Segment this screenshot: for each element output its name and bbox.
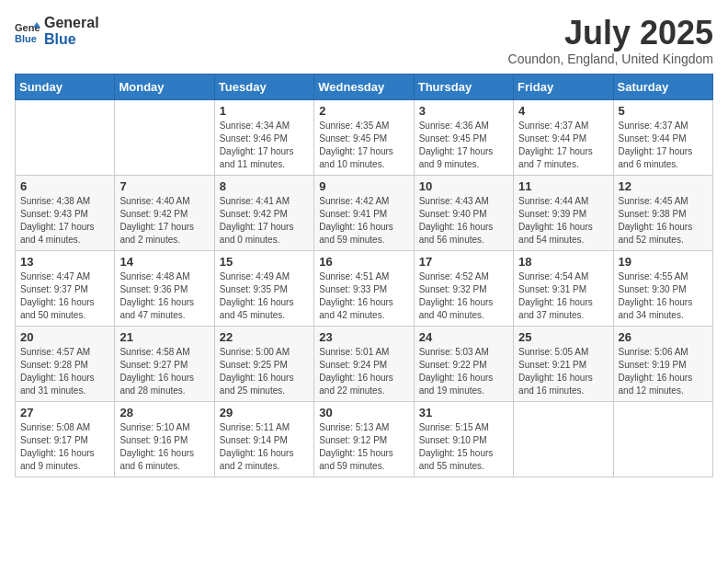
day-number: 8 xyxy=(220,179,309,193)
logo-general-text: General xyxy=(44,15,99,31)
day-info: Sunrise: 4:43 AM Sunset: 9:40 PM Dayligh… xyxy=(419,195,508,247)
calendar-cell: 21Sunrise: 4:58 AM Sunset: 9:27 PM Dayli… xyxy=(115,326,214,401)
day-of-week-header: Tuesday xyxy=(214,74,313,99)
day-info: Sunrise: 4:48 AM Sunset: 9:36 PM Dayligh… xyxy=(119,270,209,322)
calendar-cell: 1Sunrise: 4:34 AM Sunset: 9:46 PM Daylig… xyxy=(214,99,313,175)
calendar-cell: 29Sunrise: 5:11 AM Sunset: 9:14 PM Dayli… xyxy=(214,401,313,477)
day-number: 22 xyxy=(220,330,309,344)
calendar-cell: 26Sunrise: 5:06 AM Sunset: 9:19 PM Dayli… xyxy=(613,326,712,401)
day-info: Sunrise: 4:42 AM Sunset: 9:41 PM Dayligh… xyxy=(319,195,408,247)
day-of-week-header: Wednesday xyxy=(314,74,414,99)
calendar-cell: 31Sunrise: 5:15 AM Sunset: 9:10 PM Dayli… xyxy=(414,401,513,477)
day-number: 30 xyxy=(319,406,408,419)
title-block: July 2025 Coundon, England, United Kingd… xyxy=(508,15,713,66)
day-info: Sunrise: 4:37 AM Sunset: 9:44 PM Dayligh… xyxy=(619,120,708,171)
day-info: Sunrise: 5:10 AM Sunset: 9:16 PM Dayligh… xyxy=(119,421,209,473)
day-info: Sunrise: 4:37 AM Sunset: 9:44 PM Dayligh… xyxy=(518,120,608,171)
day-info: Sunrise: 4:35 AM Sunset: 9:45 PM Dayligh… xyxy=(319,120,408,171)
day-number: 13 xyxy=(20,255,109,269)
day-number: 9 xyxy=(319,179,408,193)
calendar-week-row: 13Sunrise: 4:47 AM Sunset: 9:37 PM Dayli… xyxy=(16,250,713,326)
calendar-cell: 17Sunrise: 4:52 AM Sunset: 9:32 PM Dayli… xyxy=(414,250,513,326)
calendar-cell: 12Sunrise: 4:45 AM Sunset: 9:38 PM Dayli… xyxy=(613,175,712,250)
calendar-cell: 3Sunrise: 4:36 AM Sunset: 9:45 PM Daylig… xyxy=(414,99,513,175)
calendar-week-row: 6Sunrise: 4:38 AM Sunset: 9:43 PM Daylig… xyxy=(16,175,713,250)
calendar-cell xyxy=(115,99,214,175)
day-number: 6 xyxy=(20,179,109,193)
month-year-title: July 2025 xyxy=(508,15,713,52)
day-number: 23 xyxy=(319,330,408,344)
day-info: Sunrise: 4:44 AM Sunset: 9:39 PM Dayligh… xyxy=(518,195,608,247)
calendar-cell: 28Sunrise: 5:10 AM Sunset: 9:16 PM Dayli… xyxy=(115,401,214,477)
calendar-cell: 18Sunrise: 4:54 AM Sunset: 9:31 PM Dayli… xyxy=(514,250,613,326)
calendar-cell: 25Sunrise: 5:05 AM Sunset: 9:21 PM Dayli… xyxy=(514,326,613,401)
calendar-week-row: 20Sunrise: 4:57 AM Sunset: 9:28 PM Dayli… xyxy=(16,326,713,401)
day-of-week-header: Friday xyxy=(514,74,613,99)
calendar-cell: 5Sunrise: 4:37 AM Sunset: 9:44 PM Daylig… xyxy=(613,99,712,175)
calendar-cell: 19Sunrise: 4:55 AM Sunset: 9:30 PM Dayli… xyxy=(613,250,712,326)
day-of-week-header: Monday xyxy=(115,74,214,99)
day-number: 28 xyxy=(119,406,209,419)
day-info: Sunrise: 5:08 AM Sunset: 9:17 PM Dayligh… xyxy=(20,421,109,473)
calendar-cell: 8Sunrise: 4:41 AM Sunset: 9:42 PM Daylig… xyxy=(214,175,313,250)
calendar-cell: 22Sunrise: 5:00 AM Sunset: 9:25 PM Dayli… xyxy=(214,326,313,401)
calendar-cell xyxy=(613,401,712,477)
calendar-cell xyxy=(514,401,613,477)
calendar-cell: 23Sunrise: 5:01 AM Sunset: 9:24 PM Dayli… xyxy=(314,326,414,401)
location-subtitle: Coundon, England, United Kingdom xyxy=(508,52,713,66)
day-info: Sunrise: 4:58 AM Sunset: 9:27 PM Dayligh… xyxy=(119,346,209,397)
day-info: Sunrise: 4:38 AM Sunset: 9:43 PM Dayligh… xyxy=(20,195,109,247)
day-info: Sunrise: 4:51 AM Sunset: 9:33 PM Dayligh… xyxy=(319,270,408,322)
day-number: 3 xyxy=(419,104,508,118)
day-info: Sunrise: 5:06 AM Sunset: 9:19 PM Dayligh… xyxy=(619,346,708,397)
calendar-cell: 11Sunrise: 4:44 AM Sunset: 9:39 PM Dayli… xyxy=(514,175,613,250)
day-number: 10 xyxy=(419,179,508,193)
day-number: 26 xyxy=(619,330,708,344)
day-number: 18 xyxy=(518,255,608,269)
day-info: Sunrise: 4:49 AM Sunset: 9:35 PM Dayligh… xyxy=(220,270,309,322)
day-info: Sunrise: 5:01 AM Sunset: 9:24 PM Dayligh… xyxy=(319,346,408,397)
calendar-week-row: 1Sunrise: 4:34 AM Sunset: 9:46 PM Daylig… xyxy=(16,99,713,175)
day-number: 27 xyxy=(20,406,109,419)
day-number: 24 xyxy=(419,330,508,344)
day-info: Sunrise: 4:41 AM Sunset: 9:42 PM Dayligh… xyxy=(220,195,309,247)
day-info: Sunrise: 4:52 AM Sunset: 9:32 PM Dayligh… xyxy=(419,270,508,322)
day-number: 19 xyxy=(619,255,708,269)
calendar-cell: 2Sunrise: 4:35 AM Sunset: 9:45 PM Daylig… xyxy=(314,99,414,175)
calendar-cell: 7Sunrise: 4:40 AM Sunset: 9:42 PM Daylig… xyxy=(115,175,214,250)
day-of-week-header: Sunday xyxy=(16,74,115,99)
day-info: Sunrise: 5:13 AM Sunset: 9:12 PM Dayligh… xyxy=(319,421,408,473)
day-number: 1 xyxy=(220,104,309,118)
day-info: Sunrise: 5:11 AM Sunset: 9:14 PM Dayligh… xyxy=(220,421,309,473)
calendar-cell: 10Sunrise: 4:43 AM Sunset: 9:40 PM Dayli… xyxy=(414,175,513,250)
day-of-week-header: Thursday xyxy=(414,74,513,99)
day-info: Sunrise: 4:47 AM Sunset: 9:37 PM Dayligh… xyxy=(20,270,109,322)
calendar-cell: 27Sunrise: 5:08 AM Sunset: 9:17 PM Dayli… xyxy=(16,401,115,477)
day-number: 15 xyxy=(220,255,309,269)
day-number: 16 xyxy=(319,255,408,269)
day-number: 7 xyxy=(119,179,209,193)
calendar-cell: 9Sunrise: 4:42 AM Sunset: 9:41 PM Daylig… xyxy=(314,175,414,250)
day-number: 2 xyxy=(319,104,408,118)
day-info: Sunrise: 4:34 AM Sunset: 9:46 PM Dayligh… xyxy=(220,120,309,171)
day-number: 29 xyxy=(220,406,309,419)
logo-blue-text: Blue xyxy=(44,31,99,48)
day-info: Sunrise: 4:40 AM Sunset: 9:42 PM Dayligh… xyxy=(119,195,209,247)
calendar-header-row: SundayMondayTuesdayWednesdayThursdayFrid… xyxy=(16,74,713,99)
calendar-cell: 6Sunrise: 4:38 AM Sunset: 9:43 PM Daylig… xyxy=(16,175,115,250)
logo-icon: General Blue xyxy=(15,18,40,44)
day-info: Sunrise: 4:54 AM Sunset: 9:31 PM Dayligh… xyxy=(518,270,608,322)
day-number: 17 xyxy=(419,255,508,269)
calendar-cell: 13Sunrise: 4:47 AM Sunset: 9:37 PM Dayli… xyxy=(16,250,115,326)
calendar-cell: 20Sunrise: 4:57 AM Sunset: 9:28 PM Dayli… xyxy=(16,326,115,401)
calendar-cell: 4Sunrise: 4:37 AM Sunset: 9:44 PM Daylig… xyxy=(514,99,613,175)
calendar-table: SundayMondayTuesdayWednesdayThursdayFrid… xyxy=(15,74,713,477)
day-number: 5 xyxy=(619,104,708,118)
day-number: 12 xyxy=(619,179,708,193)
day-info: Sunrise: 4:55 AM Sunset: 9:30 PM Dayligh… xyxy=(619,270,708,322)
day-info: Sunrise: 4:45 AM Sunset: 9:38 PM Dayligh… xyxy=(619,195,708,247)
day-info: Sunrise: 5:05 AM Sunset: 9:21 PM Dayligh… xyxy=(518,346,608,397)
page-header: General Blue General Blue July 2025 Coun… xyxy=(15,15,713,66)
svg-text:Blue: Blue xyxy=(15,33,37,44)
calendar-cell: 24Sunrise: 5:03 AM Sunset: 9:22 PM Dayli… xyxy=(414,326,513,401)
